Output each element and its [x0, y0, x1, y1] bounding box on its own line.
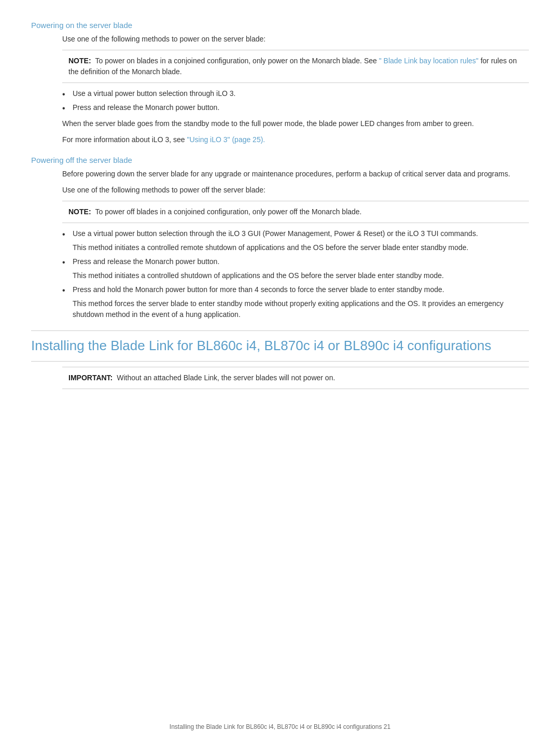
- page-footer: Installing the Blade Link for BL860c i4,…: [0, 723, 560, 730]
- important-box: IMPORTANT:Without an attached Blade Link…: [62, 367, 529, 389]
- heading-powering-on: Powering on the server blade: [31, 21, 529, 30]
- bullet-powering-off-3: Press and hold the Monarch power button …: [62, 284, 529, 320]
- important-text: Without an attached Blade Link, the serv…: [117, 374, 335, 382]
- powering-on-para1: When the server blade goes from the stan…: [62, 118, 529, 129]
- note-text-powering-off: To power off blades in a conjoined confi…: [95, 208, 362, 216]
- note-text-powering-on: To power on blades in a conjoined config…: [95, 57, 377, 65]
- sub-para-powering-off-1: This method initiates a controlled remot…: [73, 242, 529, 253]
- bullet-list-powering-on: Use a virtual power button selection thr…: [62, 88, 529, 113]
- section-powering-on: Powering on the server blade Use one of …: [31, 21, 529, 145]
- sub-para-powering-off-2: This method initiates a controlled shutd…: [73, 270, 529, 281]
- powering-on-intro: Use one of the following methods to powe…: [62, 34, 529, 45]
- large-section-heading: Installing the Blade Link for BL860c i4,…: [31, 337, 529, 355]
- divider-before-large-heading: [31, 330, 529, 331]
- divider-after-large-heading: [31, 361, 529, 362]
- powering-off-intro1: Before powering down the server blade fo…: [62, 169, 529, 179]
- sub-para-powering-off-3: This method forces the server blade to e…: [73, 298, 529, 320]
- bullet-powering-off-2: Press and release the Monarch power butt…: [62, 256, 529, 281]
- section-powering-off: Powering off the server blade Before pow…: [31, 156, 529, 320]
- note-link-powering-on[interactable]: " Blade Link bay location rules": [379, 57, 479, 65]
- powering-off-intro2: Use one of the following methods to powe…: [62, 185, 529, 196]
- powering-on-para2: For more information about iLO 3, see "U…: [62, 134, 529, 145]
- note-powering-off: NOTE:To power off blades in a conjoined …: [62, 201, 529, 223]
- ilo3-link[interactable]: "Using iLO 3" (page 25).: [187, 135, 265, 144]
- bullet-powering-off-1: Use a virtual power button selection thr…: [62, 228, 529, 253]
- heading-powering-off: Powering off the server blade: [31, 156, 529, 164]
- note-label-powering-on: NOTE:: [68, 57, 91, 65]
- bullet-list-powering-off: Use a virtual power button selection thr…: [62, 228, 529, 320]
- note-label-powering-off: NOTE:: [68, 208, 91, 216]
- footer-text: Installing the Blade Link for BL860c i4,…: [170, 723, 390, 730]
- bullet-powering-on-1: Use a virtual power button selection thr…: [62, 88, 529, 99]
- bullet-powering-on-2: Press and release the Monarch power butt…: [62, 102, 529, 113]
- note-powering-on: NOTE:To power on blades in a conjoined c…: [62, 50, 529, 83]
- important-label: IMPORTANT:: [68, 374, 113, 382]
- section-installing-blade-link: Installing the Blade Link for BL860c i4,…: [31, 330, 529, 389]
